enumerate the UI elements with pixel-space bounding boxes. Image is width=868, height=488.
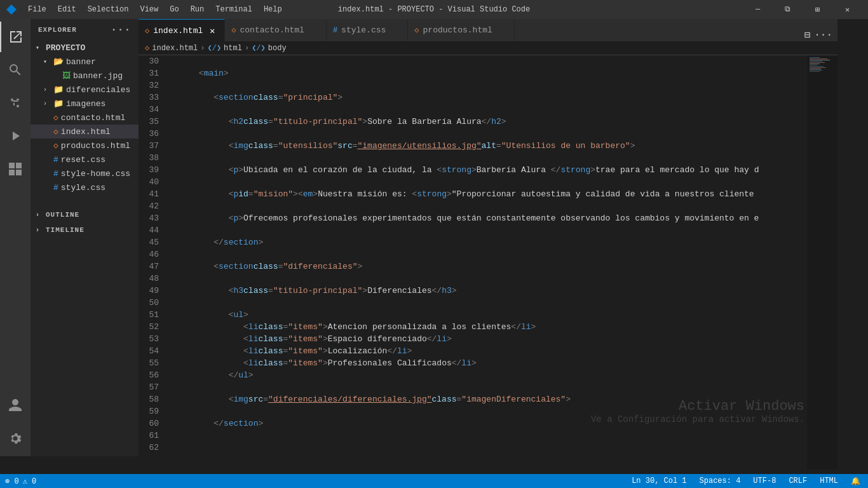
activity-source-control[interactable] [0,88,31,118]
folder-imagenes[interactable]: › 📁 imagenes [31,97,139,111]
code-line-36 [169,128,837,140]
code-line-32 [169,79,837,92]
code-line-45: </section> [169,236,837,248]
vscode-logo [6,4,17,15]
tab-style-label: style.css [341,25,386,35]
diferenciales-arrow: › [43,86,53,93]
folder-open-icon: 📂 [53,57,64,67]
tab-index-close[interactable]: ✕ [207,25,218,36]
file-productos-html[interactable]: ◇ productos.html [31,139,139,152]
minimap [807,55,837,469]
timeline-header[interactable]: › TIMELINE [31,222,139,238]
layout-button[interactable]: ⊞ [803,0,832,19]
breadcrumb: ◇ index.html › ❮/❯ html › ❮/❯ body [139,41,837,55]
language-mode[interactable]: HTML [817,477,841,486]
maximize-button[interactable]: ⧉ [773,0,802,19]
sidebar: EXPLORER ··· ▾ PROYECTO ▾ 📂 banner 🖼 ban… [31,19,139,456]
cursor-position[interactable]: Ln 30, Col 1 [629,477,689,486]
code-line-52: <li class="items">Atencion personalizada… [169,321,837,333]
notifications-bell[interactable]: 🔔 [848,477,863,486]
titlebar: File Edit Selection View Go Run Terminal… [0,0,868,19]
tab-index-label: index.html [153,26,203,36]
menu-view[interactable]: View [135,4,163,15]
code-content[interactable]: <main> <section class="principal"> <h2 c… [164,55,837,469]
line-ending[interactable]: CRLF [786,477,810,486]
status-bar: ⊗ 0 ⚠ 0 Ln 30, Col 1 Spaces: 4 UTF-8 CRL… [0,474,868,488]
code-line-43: <p>Ofrecemos profesionales experimentado… [169,212,837,224]
breadcrumb-html-node[interactable]: html [224,44,242,53]
project-root[interactable]: ▾ PROYECTO [31,41,139,55]
explorer-more-button[interactable]: ··· [111,24,131,36]
breadcrumb-file[interactable]: index.html [152,44,198,53]
outline-label: OUTLINE [46,211,79,219]
minimize-button[interactable]: ─ [743,0,772,19]
tab-contacto-label: contacto.html [240,25,304,35]
html-icon: ◇ [53,112,58,123]
encoding[interactable]: UTF-8 [750,477,778,486]
html-icon2: ◇ [53,126,58,137]
menu-terminal[interactable]: Terminal [210,4,257,15]
tab-style-css[interactable]: # style.css ✕ [327,19,408,41]
code-line-39: <p>Ubicada en el corazón de la ciudad, l… [169,164,837,176]
tab-split-icon[interactable]: ⊟ [804,29,811,41]
folder-banner-label: banner [66,57,96,67]
tab-productos-html[interactable]: ◇ productos.html ✕ [408,19,514,41]
file-banner-jpg[interactable]: 🖼 banner.jpg [31,69,139,83]
outline-header[interactable]: › OUTLINE [31,207,139,222]
code-line-62 [169,442,837,454]
line-numbers: 30 31 32 33 34 35 36 37 38 39 40 41 42 4… [139,55,164,469]
activity-bar-bottom [0,390,31,456]
activity-extensions[interactable] [0,154,31,184]
breadcrumb-body-node[interactable]: body [268,44,287,53]
code-line-42 [169,200,837,212]
indentation[interactable]: Spaces: 4 [697,477,743,486]
tab-index-html[interactable]: ◇ index.html ✕ [139,19,225,41]
problems-count[interactable]: ⊗ 0 ⚠ 0 [5,477,36,486]
file-contacto-html[interactable]: ◇ contacto.html [31,111,139,125]
code-line-48 [169,273,837,285]
folder-diferenciales-label: diferenciales [66,85,130,95]
outline-section: › OUTLINE [31,207,139,222]
folder-imagenes-label: imagenes [66,99,105,109]
menu-run[interactable]: Run [186,4,210,15]
sidebar-header: EXPLORER ··· [31,19,139,41]
close-button[interactable]: ✕ [833,0,862,19]
folder-diferenciales[interactable]: › 📁 diferenciales [31,83,139,97]
tab-actions: ⊟ ··· [804,29,837,41]
activity-search[interactable] [0,55,31,85]
errors-count[interactable]: ⊗ 0 [5,477,19,486]
tab-more-icon[interactable]: ··· [814,29,832,41]
menu-go[interactable]: Go [165,4,184,15]
activity-run[interactable] [0,121,31,151]
tab-productos-label: productos.html [423,25,492,35]
file-style-home-css[interactable]: # style-home.css [31,166,139,180]
code-line-61 [169,430,837,442]
file-productos-label: productos.html [61,141,130,151]
code-line-55: <li class="items">Profesionales Califica… [169,357,837,369]
tab-productos-icon: ◇ [414,25,419,35]
menu-file[interactable]: File [23,4,51,15]
file-style-css[interactable]: # style.css [31,180,139,194]
menu-selection[interactable]: Selection [83,4,134,15]
tab-contacto-html[interactable]: ◇ contacto.html ✕ [225,19,327,41]
activity-explorer[interactable] [0,22,31,52]
menu-edit[interactable]: Edit [53,4,81,15]
activity-account[interactable] [0,390,31,421]
code-line-46 [169,248,837,261]
file-index-label: index.html [61,127,111,137]
activity-settings[interactable] [0,423,31,454]
menu-help[interactable]: Help [259,4,287,15]
timeline-arrow: › [36,227,46,234]
file-reset-label: reset.css [61,155,105,165]
warnings-count[interactable]: ⚠ 0 [23,477,37,486]
window-controls: ─ ⧉ ⊞ ✕ [743,0,862,19]
file-index-html[interactable]: ◇ index.html [31,125,139,139]
code-editor[interactable]: 30 31 32 33 34 35 36 37 38 39 40 41 42 4… [139,55,837,469]
file-reset-css[interactable]: # reset.css [31,152,139,166]
folder-banner[interactable]: ▾ 📂 banner [31,55,139,69]
svg-rect-3 [16,170,22,175]
breadcrumb-body-icon: ❮/❯ [252,43,266,53]
folder-icon: 📁 [53,85,64,95]
status-bar-right: Ln 30, Col 1 Spaces: 4 UTF-8 CRLF HTML 🔔 [629,477,863,486]
svg-rect-1 [16,163,22,168]
